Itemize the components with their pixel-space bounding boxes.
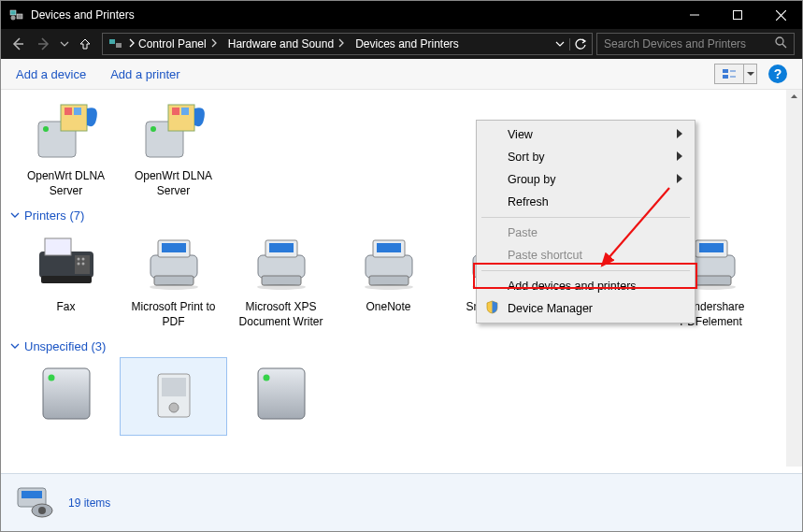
search-placeholder: Search Devices and Printers	[597, 37, 768, 50]
forward-button[interactable]	[31, 31, 57, 57]
svg-point-66	[48, 375, 54, 381]
breadcrumb[interactable]: Control Panel	[136, 37, 225, 50]
menu-view[interactable]: View	[480, 123, 692, 146]
svg-rect-1	[17, 14, 22, 19]
minimize-button[interactable]	[673, 1, 716, 29]
menu-paste-shortcut: Paste shortcut	[480, 244, 692, 266]
address-dropdown[interactable]	[551, 39, 569, 49]
svg-rect-13	[723, 69, 728, 73]
view-mode-dropdown[interactable]	[744, 64, 757, 84]
search-icon	[768, 36, 794, 51]
breadcrumb[interactable]: Hardware and Sound	[225, 37, 352, 50]
svg-rect-38	[154, 276, 194, 285]
menu-device-manager[interactable]: Device Manager	[480, 297, 692, 320]
printer-item[interactable]: OneNote	[335, 226, 442, 333]
device-item[interactable]: OpenWrt DLNA Server	[12, 95, 120, 202]
svg-point-23	[151, 126, 156, 132]
navbar: Control Panel Hardware and Sound Devices…	[1, 29, 802, 59]
printer-icon	[137, 229, 210, 296]
media-server-icon	[30, 98, 103, 165]
svg-point-76	[38, 507, 46, 514]
devices-icon	[12, 482, 57, 523]
chevron-down-icon	[10, 208, 20, 223]
section-header-unspecified[interactable]: Unspecified (3)	[1, 333, 802, 357]
svg-rect-0	[10, 10, 16, 15]
svg-point-11	[776, 37, 783, 45]
up-button[interactable]	[72, 31, 98, 57]
menu-separator	[481, 270, 690, 271]
svg-point-2	[11, 16, 16, 21]
search-input[interactable]: Search Devices and Printers	[596, 33, 795, 55]
printer-label: Microsoft Print to PDF	[122, 300, 224, 330]
titlebar: Devices and Printers	[1, 1, 802, 29]
context-menu: View Sort by Group by Refresh Paste Past…	[476, 120, 695, 324]
svg-rect-28	[45, 238, 71, 255]
back-button[interactable]	[5, 31, 31, 57]
svg-point-31	[81, 258, 84, 261]
menu-separator	[481, 217, 690, 218]
svg-rect-40	[258, 255, 305, 278]
svg-rect-26	[181, 108, 189, 115]
add-device-button[interactable]: Add a device	[16, 67, 86, 81]
add-printer-button[interactable]: Add a printer	[110, 67, 179, 81]
svg-rect-21	[74, 108, 81, 115]
svg-rect-63	[692, 276, 731, 285]
svg-rect-34	[41, 276, 92, 283]
svg-point-39	[150, 284, 198, 290]
maximize-button[interactable]	[716, 1, 759, 29]
svg-rect-62	[699, 243, 724, 252]
svg-point-69	[169, 403, 179, 412]
svg-line-12	[782, 44, 786, 48]
device-box-icon	[137, 361, 210, 428]
menu-paste: Paste	[480, 222, 692, 244]
window-title: Devices and Printers	[31, 8, 135, 22]
menu-sort-by[interactable]: Sort by	[480, 146, 692, 168]
window-icon	[9, 7, 24, 22]
history-dropdown[interactable]	[57, 31, 72, 57]
svg-rect-37	[162, 243, 186, 252]
svg-rect-14	[723, 75, 728, 79]
menu-group-by[interactable]: Group by	[480, 168, 692, 191]
svg-rect-25	[172, 108, 179, 115]
shield-icon	[485, 300, 499, 317]
printer-label: Fax	[56, 300, 75, 330]
svg-rect-4	[734, 11, 742, 20]
svg-rect-74	[22, 491, 42, 498]
fax-icon	[30, 229, 103, 296]
chevron-down-icon	[10, 339, 20, 353]
view-mode-button[interactable]	[714, 64, 744, 84]
unspecified-item[interactable]	[120, 357, 227, 436]
media-server-icon	[137, 98, 210, 165]
device-item[interactable]: OpenWrt DLNA Server	[120, 95, 227, 202]
location-icon	[108, 37, 123, 50]
command-bar: Add a device Add a printer ?	[1, 59, 802, 90]
svg-point-33	[81, 263, 84, 266]
printer-item[interactable]: Microsoft XPS Document Writer	[227, 226, 335, 333]
svg-point-30	[77, 258, 79, 261]
device-box-icon	[30, 360, 103, 427]
device-label: OpenWrt DLNA Server	[122, 169, 224, 199]
scrollbar[interactable]	[786, 90, 802, 467]
svg-rect-68	[162, 378, 186, 396]
printer-item[interactable]: Fax	[12, 226, 120, 333]
svg-rect-48	[369, 276, 409, 285]
menu-add-devices-printers[interactable]: Add devices and printers	[480, 275, 692, 297]
status-bar: 19 items	[1, 473, 802, 531]
status-text: 19 items	[68, 496, 110, 510]
printer-item[interactable]: Microsoft Print to PDF	[120, 226, 227, 333]
help-button[interactable]: ?	[768, 65, 787, 83]
svg-point-49	[365, 284, 413, 290]
printer-icon	[352, 229, 425, 296]
device-box-icon	[245, 360, 318, 427]
breadcrumb[interactable]: Devices and Printers	[352, 37, 462, 50]
unspecified-item[interactable]	[227, 357, 335, 436]
menu-refresh[interactable]: Refresh	[480, 191, 692, 213]
svg-point-44	[257, 284, 306, 290]
unspecified-item[interactable]	[12, 357, 120, 436]
svg-rect-43	[262, 276, 301, 285]
svg-point-32	[77, 263, 79, 266]
address-bar[interactable]: Control Panel Hardware and Sound Devices…	[102, 33, 593, 55]
close-button[interactable]	[759, 1, 802, 29]
refresh-button[interactable]	[569, 38, 592, 50]
svg-rect-35	[151, 255, 197, 278]
